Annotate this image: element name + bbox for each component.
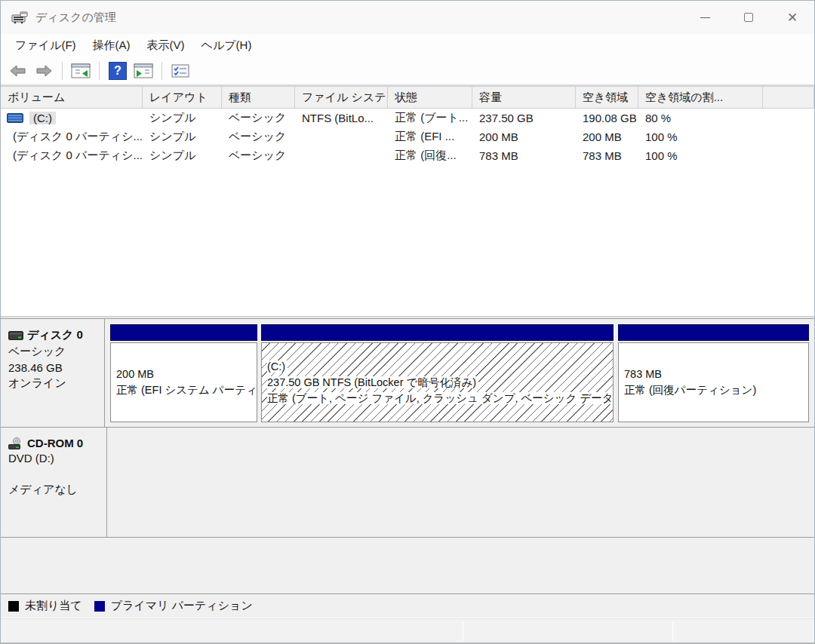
volume-list-pane: ボリューム レイアウト 種類 ファイル システム 状態 容量 空き領域 空き領域… [1, 85, 814, 316]
window-title: ディスクの管理 [35, 11, 116, 25]
column-header-filesystem[interactable]: ファイル システム [295, 87, 388, 108]
help-button[interactable]: ? [106, 60, 129, 82]
partition-efi-block[interactable]: 200 MB 正常 (EFI システム パーティシ [110, 324, 257, 422]
menu-bar: ファイル(F) 操作(A) 表示(V) ヘルプ(H) [1, 34, 814, 57]
cell-filesystem [295, 127, 388, 146]
cell-layout: シンプル [143, 146, 222, 165]
disk0-info-panel[interactable]: ディスク 0 ベーシック 238.46 GB オンライン [1, 319, 105, 427]
cell-free-space: 190.08 GB [576, 109, 638, 127]
cell-free-space: 200 MB [576, 127, 638, 146]
cell-layout: シンプル [143, 109, 222, 127]
cdrom-row: CD-ROM 0 DVD (D:) メディアなし [1, 428, 814, 538]
column-header-free-space[interactable]: 空き領域 [576, 87, 638, 108]
back-arrow-icon [10, 65, 26, 77]
cell-type: ベーシック [222, 146, 295, 165]
disk-drive-icon [8, 331, 23, 340]
cell-filesystem: NTFS (BitLo... [295, 109, 388, 127]
partition-c-block[interactable]: (C:) 237.50 GB NTFS (BitLocker で暗号化済み) 正… [261, 324, 614, 422]
console-tree-button[interactable] [69, 60, 92, 82]
volume-row-c[interactable]: (C:) シンプル ベーシック NTFS (BitLo... 正常 (ブート..… [1, 109, 814, 127]
menu-help[interactable]: ヘルプ(H) [193, 36, 260, 55]
cdrom-info-panel[interactable]: CD-ROM 0 DVD (D:) メディアなし [1, 428, 107, 537]
menu-view[interactable]: 表示(V) [139, 36, 193, 55]
legend-bar: 未割り当て プライマリ パーティション [1, 593, 814, 618]
partition-c-status: 正常 (ブート, ページ ファイル, クラッシュ ダンプ, ベーシック データ … [267, 391, 607, 406]
console-tree-icon [71, 63, 91, 78]
column-header-empty [763, 87, 814, 108]
column-header-volume[interactable]: ボリューム [1, 87, 143, 108]
volume-row-c-label: (C:) [29, 112, 56, 124]
volume-row-efi-name: (ディスク 0 パーティシ... [1, 127, 143, 146]
maximize-button[interactable] [727, 1, 770, 34]
column-header-status[interactable]: 状態 [388, 87, 472, 108]
cell-free-percent: 100 % [638, 127, 763, 146]
title-bar: ディスクの管理 ✕ [1, 1, 814, 34]
disk0-kind: ベーシック [8, 345, 100, 359]
cell-filesystem [295, 146, 388, 165]
action-pane-icon [134, 63, 153, 78]
cdrom-blocks-area [107, 428, 814, 537]
toolbar-separator [99, 62, 100, 80]
graphical-view-pane: ディスク 0 ベーシック 238.46 GB オンライン 200 MB 正常 (… [1, 318, 814, 593]
volume-row-recovery-label: (ディスク 0 パーティシ... [13, 149, 143, 163]
close-button[interactable]: ✕ [770, 1, 814, 34]
status-bar [1, 618, 814, 644]
forward-arrow-icon [35, 65, 52, 77]
cell-type: ベーシック [222, 109, 295, 127]
cell-layout: シンプル [143, 127, 222, 146]
volume-row-c-name: (C:) [1, 109, 143, 127]
partition-recovery-status: 正常 (回復パーティション) [624, 382, 803, 398]
primary-partition-swatch [94, 601, 105, 612]
disk0-size: 238.46 GB [8, 361, 100, 374]
volume-row-recovery[interactable]: (ディスク 0 パーティシ... シンプル ベーシック 正常 (回復... 78… [1, 146, 814, 165]
partition-recovery-size: 783 MB [624, 366, 803, 382]
column-header-layout[interactable]: レイアウト [143, 87, 222, 108]
unallocated-swatch [8, 601, 19, 612]
cell-free-space: 783 MB [576, 146, 638, 165]
forward-button[interactable] [32, 60, 55, 82]
partition-recovery-block[interactable]: 783 MB 正常 (回復パーティション) [618, 324, 809, 422]
cell-status: 正常 (回復... [388, 146, 472, 165]
column-header-type[interactable]: 種類 [222, 87, 295, 108]
volume-list-header: ボリューム レイアウト 種類 ファイル システム 状態 容量 空き領域 空き領域… [1, 86, 814, 109]
disk0-name: ディスク 0 [27, 328, 83, 342]
properties-button[interactable] [169, 60, 192, 82]
action-pane-button[interactable] [132, 60, 155, 82]
menu-file[interactable]: ファイル(F) [7, 36, 85, 55]
partition-c-body: (C:) 237.50 GB NTFS (BitLocker で暗号化済み) 正… [261, 342, 614, 422]
toolbar-separator [161, 62, 162, 80]
column-header-free-percent[interactable]: 空き領域の割... [638, 87, 763, 108]
partition-efi-size: 200 MB [116, 366, 251, 382]
partition-c-label: (C:) [267, 359, 607, 375]
properties-icon [171, 63, 189, 78]
back-button[interactable] [7, 60, 29, 82]
cell-type: ベーシック [222, 127, 295, 146]
cell-free-percent: 80 % [638, 109, 763, 127]
cell-status: 正常 (EFI ... [388, 127, 472, 146]
disk0-status: オンライン [8, 376, 100, 391]
volume-row-efi[interactable]: (ディスク 0 パーティシ... シンプル ベーシック 正常 (EFI ... … [1, 127, 814, 146]
disk0-row: ディスク 0 ベーシック 238.46 GB オンライン 200 MB 正常 (… [1, 318, 814, 428]
toolbar: ? [1, 57, 814, 85]
volume-c-icon [7, 113, 23, 123]
partition-recovery-body: 783 MB 正常 (回復パーティション) [618, 342, 809, 422]
volume-row-recovery-name: (ディスク 0 パーティシ... [1, 146, 143, 165]
maximize-icon [744, 13, 753, 22]
column-header-capacity[interactable]: 容量 [472, 87, 576, 108]
partition-recovery-color-bar [618, 324, 809, 341]
partition-efi-status: 正常 (EFI システム パーティシ [116, 382, 251, 398]
cell-empty [763, 146, 814, 165]
cdrom-drive-letter: DVD (D:) [8, 452, 102, 465]
cell-status: 正常 (ブート... [388, 109, 472, 127]
partition-efi-color-bar [110, 324, 257, 341]
toolbar-separator [62, 62, 63, 80]
menu-action[interactable]: 操作(A) [85, 36, 139, 55]
partition-c-size: 237.50 GB NTFS (BitLocker で暗号化済み) [267, 375, 607, 391]
status-bar-divider [672, 621, 673, 641]
partition-c-color-bar [261, 324, 614, 341]
cell-capacity: 783 MB [472, 146, 576, 165]
minimize-button[interactable] [683, 1, 727, 34]
cell-capacity: 237.50 GB [472, 109, 576, 127]
help-icon: ? [109, 62, 127, 80]
disk-management-app-icon [11, 11, 28, 24]
